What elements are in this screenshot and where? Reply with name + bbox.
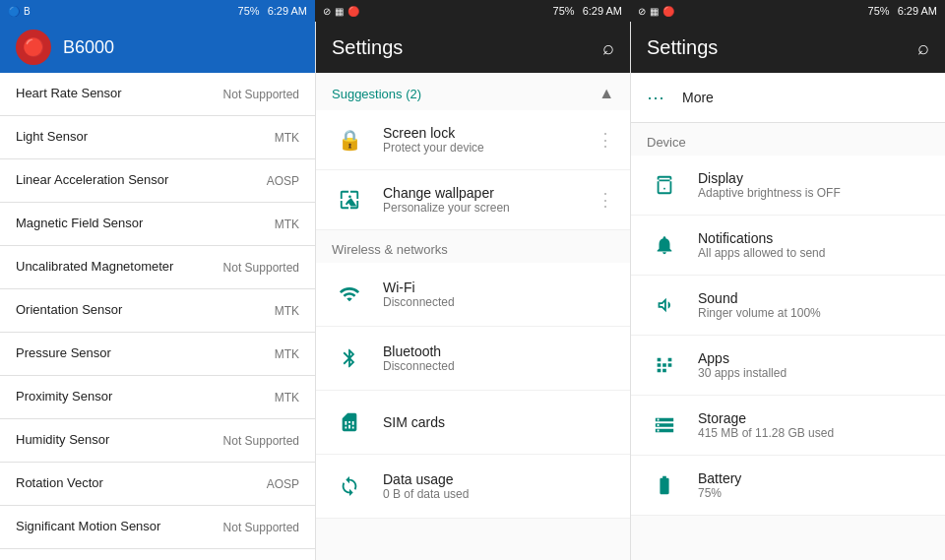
sensor-item: Linear Acceleration Sensor AOSP xyxy=(0,159,315,203)
middle-left-icons: ⊘ ▦ 🔴 xyxy=(323,6,359,17)
notifications-item[interactable]: Notifications All apps allowed to send xyxy=(631,216,945,276)
settings-header-mid: Settings ⌕ xyxy=(316,22,630,73)
sensor-name: Pressure Sensor xyxy=(16,345,267,362)
wifi-icon-right: ▦ xyxy=(650,6,659,17)
storage-item[interactable]: Storage 415 MB of 11.28 GB used xyxy=(631,396,945,456)
panel-sensors: 🔴 B6000 Heart Rate Sensor Not Supported … xyxy=(0,22,315,560)
more-dots-icon: ⋯ xyxy=(647,87,666,108)
app-icon: 🔴 xyxy=(16,30,51,65)
wifi-title: Wi-Fi xyxy=(383,280,614,295)
more-vert-wallpaper[interactable]: ⋮ xyxy=(597,189,614,211)
right-items-list: Display Adaptive brightness is OFF Notif… xyxy=(631,156,945,516)
apps-text: Apps 30 apps installed xyxy=(698,350,929,380)
battery-pct-left: 75% xyxy=(238,5,260,17)
bt-icon-right: ⊘ xyxy=(638,6,646,17)
screen-lock-title: Screen lock xyxy=(383,125,597,141)
sensor-item: Orientation Sensor MTK xyxy=(0,289,315,333)
sensor-name: Heart Rate Sensor xyxy=(16,86,216,102)
storage-sub: 415 MB of 11.28 GB used xyxy=(698,426,929,440)
apps-sub: 30 apps installed xyxy=(698,366,929,380)
suggestion-screen-lock[interactable]: 🔒 Screen lock Protect your device ⋮ xyxy=(316,110,630,170)
fire-icon-mid: 🔴 xyxy=(347,6,359,17)
data-usage-text: Data usage 0 B of data used xyxy=(383,471,614,501)
wallpaper-sub: Personalize your screen xyxy=(383,201,597,215)
wifi-text: Wi-Fi Disconnected xyxy=(383,280,614,309)
display-icon xyxy=(647,167,682,203)
sensor-name: Light Sensor xyxy=(16,129,267,146)
device-section-label: Device xyxy=(631,123,945,156)
wallpaper-icon xyxy=(332,182,367,218)
display-title: Display xyxy=(698,170,929,186)
battery-pct-right: 75% xyxy=(868,5,890,17)
sensor-name: Rotation Vector xyxy=(16,475,259,492)
notifications-text: Notifications All apps allowed to send xyxy=(698,230,929,260)
apps-title: Apps xyxy=(698,350,929,366)
storage-text: Storage 415 MB of 11.28 GB used xyxy=(698,410,929,440)
wifi-off-icon: B xyxy=(24,6,31,17)
battery-sub: 75% xyxy=(698,486,929,500)
sim-item[interactable]: SIM cards xyxy=(316,391,630,455)
sensor-value: MTK xyxy=(275,391,299,404)
suggestion-screen-lock-text: Screen lock Protect your device xyxy=(383,125,597,155)
storage-title: Storage xyxy=(698,410,929,426)
suggestions-header: Suggestions (2) ▲ xyxy=(316,73,630,110)
data-usage-sub: 0 B of data used xyxy=(383,487,614,501)
time-left: 6:29 AM xyxy=(268,5,307,17)
sensor-value: MTK xyxy=(275,347,299,361)
more-label: More xyxy=(682,90,714,105)
panel-settings-right: Settings ⌕ ⋯ More Device Display Adaptiv… xyxy=(630,22,945,560)
settings-header-right: Settings ⌕ xyxy=(631,22,945,73)
more-section[interactable]: ⋯ More xyxy=(631,73,945,123)
sensor-value: MTK xyxy=(275,304,299,318)
wifi-item[interactable]: Wi-Fi Disconnected xyxy=(316,263,630,327)
left-status-icons: 🔵 B xyxy=(8,6,31,17)
sound-text: Sound Ringer volume at 100% xyxy=(698,290,929,320)
sensor-item: Humidity Sensor Not Supported xyxy=(0,419,315,463)
display-text: Display Adaptive brightness is OFF xyxy=(698,170,929,200)
middle-right-icons: 75% 6:29 AM xyxy=(553,5,622,17)
search-button-right[interactable]: ⌕ xyxy=(917,36,929,59)
bluetooth-icon: 🔵 xyxy=(8,6,20,17)
suggestion-wallpaper[interactable]: Change wallpaper Personalize your screen… xyxy=(316,170,630,230)
right-right-icons: 75% 6:29 AM xyxy=(868,5,937,17)
battery-icon xyxy=(647,467,682,503)
sensor-item: Heart Rate Sensor Not Supported xyxy=(0,73,315,116)
sensor-value: Not Supported xyxy=(223,434,299,448)
sensor-name: Proximity Sensor xyxy=(16,389,267,405)
sound-item[interactable]: Sound Ringer volume at 100% xyxy=(631,276,945,336)
notifications-sub: All apps allowed to send xyxy=(698,246,929,260)
battery-pct-mid: 75% xyxy=(553,5,575,17)
app-title: B6000 xyxy=(63,37,114,58)
wifi-icon xyxy=(332,277,367,312)
sensor-value: MTK xyxy=(275,131,299,145)
display-item[interactable]: Display Adaptive brightness is OFF xyxy=(631,156,945,216)
bluetooth-item[interactable]: Bluetooth Disconnected xyxy=(316,327,630,391)
suggestions-list: 🔒 Screen lock Protect your device ⋮ Chan… xyxy=(316,110,630,230)
wireless-section-header: Wireless & networks xyxy=(316,230,630,263)
sensors-header: 🔴 B6000 xyxy=(0,22,315,73)
notifications-title: Notifications xyxy=(698,230,929,246)
search-button-mid[interactable]: ⌕ xyxy=(602,36,614,59)
sensor-value: Not Supported xyxy=(223,261,299,275)
sensor-item: Pressure Sensor MTK xyxy=(0,333,315,376)
wifi-sub: Disconnected xyxy=(383,295,614,309)
more-vert-lock[interactable]: ⋮ xyxy=(597,129,614,151)
collapse-icon[interactable]: ▲ xyxy=(598,85,614,102)
settings-title-right: Settings xyxy=(647,36,718,59)
sensor-value: MTK xyxy=(275,218,299,231)
suggestions-label: Suggestions (2) xyxy=(332,87,421,101)
bt-icon-mid: ⊘ xyxy=(323,6,331,17)
storage-icon xyxy=(647,407,682,443)
apps-item[interactable]: Apps 30 apps installed xyxy=(631,336,945,396)
battery-item[interactable]: Battery 75% xyxy=(631,456,945,516)
sensor-value: AOSP xyxy=(267,174,299,188)
sensor-value: AOSP xyxy=(267,477,299,491)
bluetooth-text: Bluetooth Disconnected xyxy=(383,343,614,373)
settings-title-mid: Settings xyxy=(332,36,403,59)
app-icon-emoji: 🔴 xyxy=(23,36,44,58)
screen-lock-sub: Protect your device xyxy=(383,141,597,155)
status-bar: 🔵 B 75% 6:29 AM ⊘ ▦ 🔴 75% 6:29 AM ⊘ ▦ 🔴 … xyxy=(0,0,945,22)
data-usage-item[interactable]: Data usage 0 B of data used xyxy=(316,455,630,519)
sensor-item: Magnetic Field Sensor MTK xyxy=(0,203,315,246)
data-usage-icon xyxy=(332,468,367,504)
